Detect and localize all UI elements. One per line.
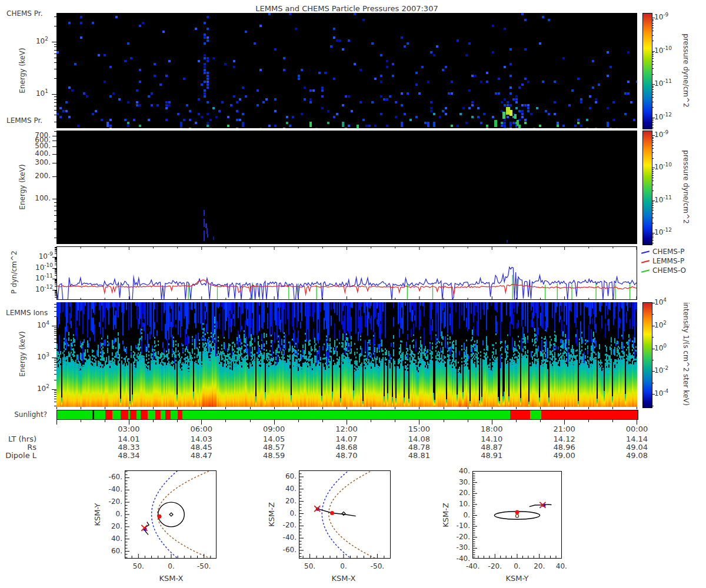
colorbar2-tick-label: 10-9 <box>654 131 668 139</box>
axis-tick <box>652 314 654 315</box>
axis-tick <box>105 407 105 409</box>
axis-tick <box>54 335 56 336</box>
axis-tick <box>652 203 654 204</box>
axis-tick <box>652 240 654 240</box>
time-tick-label: 18:00 <box>474 425 509 433</box>
ephemeris-value: 14.01 <box>111 435 146 443</box>
legend-line <box>641 250 650 253</box>
ytick-label: 100. <box>25 194 51 202</box>
axis-tick <box>652 107 654 108</box>
axis-tick <box>652 35 654 36</box>
axis-tick <box>55 280 56 281</box>
sunlight-segment <box>57 410 92 419</box>
ephemeris-row-label: Rs <box>0 443 36 452</box>
axis-tick <box>54 102 56 103</box>
axis-tick <box>55 291 56 292</box>
axis-tick <box>55 293 56 293</box>
axis-tick <box>54 304 56 305</box>
axis-tick <box>225 407 226 409</box>
axis-tick <box>54 390 56 391</box>
axis-tick <box>54 221 56 222</box>
axis-tick <box>55 260 56 261</box>
axis-tick <box>652 41 654 41</box>
legend-line <box>641 260 650 263</box>
sunlight-segment <box>112 410 121 419</box>
axis-tick <box>652 25 654 26</box>
axis-tick <box>54 50 56 51</box>
axis-tick <box>54 307 56 308</box>
orbit-ytick-label: -20. <box>99 497 122 506</box>
ephemeris-value: 14.07 <box>329 435 364 443</box>
sunlight-segment <box>171 410 178 419</box>
axis-tick <box>652 233 655 233</box>
axis-tick <box>52 358 56 358</box>
axis-tick <box>652 201 655 201</box>
page-title: LEMMS and CHEMS Particle Pressures 2007:… <box>56 4 637 13</box>
axis-tick <box>54 26 56 26</box>
axis-tick <box>652 125 654 125</box>
time-tick-label: 09:00 <box>257 425 292 433</box>
sunlight-segment <box>136 410 141 419</box>
axis-tick <box>652 141 654 141</box>
axis-tick <box>54 96 56 97</box>
axis-tick <box>54 329 56 330</box>
axis-tick <box>55 295 56 296</box>
axis-tick <box>652 360 654 360</box>
axis-tick <box>652 175 654 176</box>
axis-tick <box>652 158 654 159</box>
axis-tick <box>55 290 56 291</box>
axis-tick <box>652 178 654 178</box>
colorbar1-tick-label: 10-9 <box>654 13 668 21</box>
axis-tick <box>54 374 56 375</box>
axis-tick <box>652 137 654 138</box>
axis-tick <box>652 191 654 191</box>
axis-tick <box>250 407 251 409</box>
axis-tick <box>652 52 654 53</box>
orbit-xtick-label: 40. <box>548 562 574 570</box>
axis-tick <box>652 97 654 98</box>
axis-tick <box>652 142 654 143</box>
ephemeris-value: 14.10 <box>474 435 509 443</box>
axis-tick <box>652 118 655 118</box>
colorbar3-tick-label: 104 <box>654 298 667 306</box>
axis-tick <box>55 252 56 252</box>
sunlight-segment <box>141 410 148 419</box>
axis-tick <box>652 68 654 69</box>
time-tick-label: 03:00 <box>111 425 146 433</box>
axis-tick <box>54 360 56 361</box>
axis-tick <box>652 236 654 236</box>
ephemeris-value: 49.04 <box>620 443 655 452</box>
orbit-xtick-label: 50. <box>297 562 323 570</box>
axis-tick <box>55 292 56 293</box>
axis-tick <box>129 407 129 409</box>
ephemeris-value: 49.08 <box>620 451 655 460</box>
axis-tick <box>492 419 492 425</box>
ephemeris-row-label: LT (hrs) <box>0 435 36 443</box>
axis-tick <box>55 265 56 265</box>
axis-tick <box>516 419 517 422</box>
axis-tick <box>468 407 468 409</box>
sunlight-segment <box>148 410 155 419</box>
ephemeris-value: 48.57 <box>257 443 292 452</box>
orbit-ytick-label: 40. <box>99 534 122 543</box>
axis-tick <box>55 279 56 280</box>
axis-tick <box>54 367 56 368</box>
axis-tick <box>652 173 654 173</box>
axis-tick <box>54 365 56 365</box>
axis-tick <box>652 58 654 59</box>
axis-tick <box>516 407 517 409</box>
axis-tick <box>54 396 56 397</box>
ephemeris-value: 48.78 <box>401 443 437 452</box>
colorbar3-tick-label: 10-4 <box>654 389 668 397</box>
ephemeris-value: 14.12 <box>547 435 582 443</box>
axis-tick <box>54 339 56 339</box>
colorbar1-axis-label: pressure dyne/cm^2 <box>682 34 690 107</box>
ephemeris-value: 48.91 <box>474 451 509 460</box>
axis-tick <box>54 316 56 317</box>
legend-label: LEMMS-P <box>652 257 684 265</box>
axis-tick <box>52 94 56 95</box>
axis-tick <box>201 407 202 409</box>
axis-tick <box>652 205 654 206</box>
axis-tick <box>55 294 56 295</box>
axis-tick <box>652 21 654 21</box>
